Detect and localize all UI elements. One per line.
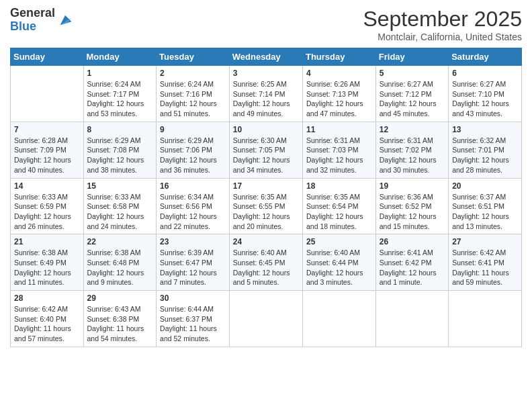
calendar-cell: 8Sunrise: 6:29 AMSunset: 7:08 PMDaylight…: [83, 122, 157, 178]
day-info: Sunrise: 6:29 AMSunset: 7:06 PMDaylight:…: [160, 136, 217, 174]
weekday-header-sunday: Sunday: [11, 48, 84, 66]
calendar-week-2: 14Sunrise: 6:33 AMSunset: 6:59 PMDayligh…: [11, 178, 522, 234]
day-number: 16: [160, 181, 226, 191]
calendar-cell: 23Sunrise: 6:39 AMSunset: 6:47 PMDayligh…: [157, 234, 230, 291]
calendar-table: SundayMondayTuesdayWednesdayThursdayFrid…: [10, 48, 522, 347]
day-number: 6: [452, 68, 518, 78]
day-number: 22: [87, 237, 153, 246]
day-number: 29: [87, 293, 153, 303]
calendar-cell: 4Sunrise: 6:26 AMSunset: 7:13 PMDaylight…: [302, 66, 375, 122]
day-number: 21: [14, 237, 80, 246]
calendar-cell: 6Sunrise: 6:27 AMSunset: 7:10 PMDaylight…: [449, 66, 522, 122]
calendar-week-4: 28Sunrise: 6:42 AMSunset: 6:40 PMDayligh…: [11, 291, 522, 347]
page-header: General Blue September 2025 Montclair, C…: [10, 7, 522, 42]
calendar-cell: 26Sunrise: 6:41 AMSunset: 6:42 PMDayligh…: [375, 234, 448, 291]
day-info: Sunrise: 6:31 AMSunset: 7:02 PMDaylight:…: [380, 136, 437, 174]
day-number: 9: [160, 125, 226, 134]
day-number: 7: [14, 125, 80, 134]
day-number: 26: [380, 237, 445, 246]
day-info: Sunrise: 6:44 AMSunset: 6:37 PMDaylight:…: [160, 305, 217, 342]
calendar-cell: 24Sunrise: 6:40 AMSunset: 6:45 PMDayligh…: [229, 234, 302, 291]
day-number: 28: [14, 293, 80, 303]
calendar-cell: 22Sunrise: 6:38 AMSunset: 6:48 PMDayligh…: [83, 234, 157, 291]
day-number: 4: [306, 68, 372, 78]
day-info: Sunrise: 6:43 AMSunset: 6:38 PMDaylight:…: [87, 305, 144, 342]
calendar-week-0: 1Sunrise: 6:24 AMSunset: 7:17 PMDaylight…: [11, 66, 522, 122]
day-info: Sunrise: 6:33 AMSunset: 6:58 PMDaylight:…: [87, 193, 144, 230]
calendar-cell: 9Sunrise: 6:29 AMSunset: 7:06 PMDaylight…: [157, 122, 230, 178]
day-number: 3: [233, 68, 299, 78]
title-block: September 2025 Montclair, California, Un…: [363, 7, 522, 42]
day-number: 24: [233, 237, 299, 246]
day-info: Sunrise: 6:41 AMSunset: 6:42 PMDaylight:…: [380, 248, 437, 286]
weekday-header-saturday: Saturday: [449, 48, 522, 66]
day-number: 30: [160, 293, 226, 303]
day-info: Sunrise: 6:32 AMSunset: 7:01 PMDaylight:…: [452, 136, 509, 174]
logo-general: General: [10, 7, 55, 20]
calendar-cell: 14Sunrise: 6:33 AMSunset: 6:59 PMDayligh…: [11, 178, 84, 234]
logo: General Blue: [10, 7, 73, 34]
day-number: 20: [452, 181, 518, 191]
calendar-cell: 5Sunrise: 6:27 AMSunset: 7:12 PMDaylight…: [375, 66, 448, 122]
weekday-header-wednesday: Wednesday: [229, 48, 302, 66]
calendar-cell: [302, 291, 375, 347]
calendar-cell: [11, 66, 84, 122]
weekday-header-thursday: Thursday: [302, 48, 375, 66]
logo-blue: Blue: [10, 20, 55, 34]
day-number: 5: [380, 68, 445, 78]
day-info: Sunrise: 6:27 AMSunset: 7:12 PMDaylight:…: [380, 80, 437, 118]
calendar-cell: 16Sunrise: 6:34 AMSunset: 6:56 PMDayligh…: [157, 178, 230, 234]
day-info: Sunrise: 6:35 AMSunset: 6:54 PMDaylight:…: [306, 193, 363, 230]
month-title: September 2025: [363, 7, 522, 32]
location-title: Montclair, California, United States: [363, 32, 522, 42]
day-number: 8: [87, 125, 153, 134]
calendar-cell: 21Sunrise: 6:38 AMSunset: 6:49 PMDayligh…: [11, 234, 84, 291]
day-info: Sunrise: 6:26 AMSunset: 7:13 PMDaylight:…: [306, 80, 363, 118]
day-number: 15: [87, 181, 153, 191]
calendar-cell: 15Sunrise: 6:33 AMSunset: 6:58 PMDayligh…: [83, 178, 157, 234]
day-info: Sunrise: 6:33 AMSunset: 6:59 PMDaylight:…: [14, 193, 71, 230]
calendar-cell: [229, 291, 302, 347]
weekday-header-friday: Friday: [375, 48, 448, 66]
calendar-cell: 20Sunrise: 6:37 AMSunset: 6:51 PMDayligh…: [449, 178, 522, 234]
day-number: 1: [87, 68, 153, 78]
calendar-cell: 28Sunrise: 6:42 AMSunset: 6:40 PMDayligh…: [11, 291, 84, 347]
calendar-cell: 12Sunrise: 6:31 AMSunset: 7:02 PMDayligh…: [375, 122, 448, 178]
day-number: 17: [233, 181, 299, 191]
calendar-cell: 7Sunrise: 6:28 AMSunset: 7:09 PMDaylight…: [11, 122, 84, 178]
day-info: Sunrise: 6:30 AMSunset: 7:05 PMDaylight:…: [233, 136, 290, 174]
calendar-cell: 2Sunrise: 6:24 AMSunset: 7:16 PMDaylight…: [157, 66, 230, 122]
day-info: Sunrise: 6:38 AMSunset: 6:49 PMDaylight:…: [14, 248, 71, 286]
day-number: 23: [160, 237, 226, 246]
day-info: Sunrise: 6:38 AMSunset: 6:48 PMDaylight:…: [87, 248, 144, 286]
day-info: Sunrise: 6:31 AMSunset: 7:03 PMDaylight:…: [306, 136, 363, 174]
day-info: Sunrise: 6:39 AMSunset: 6:47 PMDaylight:…: [160, 248, 217, 286]
calendar-cell: 25Sunrise: 6:40 AMSunset: 6:44 PMDayligh…: [302, 234, 375, 291]
day-info: Sunrise: 6:37 AMSunset: 6:51 PMDaylight:…: [452, 193, 509, 230]
weekday-header-tuesday: Tuesday: [157, 48, 230, 66]
day-number: 12: [380, 125, 445, 134]
calendar-cell: 17Sunrise: 6:35 AMSunset: 6:55 PMDayligh…: [229, 178, 302, 234]
day-info: Sunrise: 6:29 AMSunset: 7:08 PMDaylight:…: [87, 136, 144, 174]
calendar-cell: 1Sunrise: 6:24 AMSunset: 7:17 PMDaylight…: [83, 66, 157, 122]
calendar-cell: 10Sunrise: 6:30 AMSunset: 7:05 PMDayligh…: [229, 122, 302, 178]
day-info: Sunrise: 6:28 AMSunset: 7:09 PMDaylight:…: [14, 136, 71, 174]
day-info: Sunrise: 6:24 AMSunset: 7:16 PMDaylight:…: [160, 80, 217, 118]
day-info: Sunrise: 6:40 AMSunset: 6:44 PMDaylight:…: [306, 248, 363, 286]
calendar-cell: 29Sunrise: 6:43 AMSunset: 6:38 PMDayligh…: [83, 291, 157, 347]
day-number: 10: [233, 125, 299, 134]
day-number: 2: [160, 68, 226, 78]
day-info: Sunrise: 6:25 AMSunset: 7:14 PMDaylight:…: [233, 80, 290, 118]
day-info: Sunrise: 6:34 AMSunset: 6:56 PMDaylight:…: [160, 193, 217, 230]
day-info: Sunrise: 6:42 AMSunset: 6:41 PMDaylight:…: [452, 248, 509, 286]
weekday-header-row: SundayMondayTuesdayWednesdayThursdayFrid…: [11, 48, 522, 66]
day-number: 18: [306, 181, 372, 191]
day-number: 19: [380, 181, 445, 191]
day-number: 14: [14, 181, 80, 191]
day-info: Sunrise: 6:24 AMSunset: 7:17 PMDaylight:…: [87, 80, 144, 118]
logo-icon: [58, 13, 73, 28]
calendar-cell: 19Sunrise: 6:36 AMSunset: 6:52 PMDayligh…: [375, 178, 448, 234]
calendar-cell: 27Sunrise: 6:42 AMSunset: 6:41 PMDayligh…: [449, 234, 522, 291]
calendar-cell: 30Sunrise: 6:44 AMSunset: 6:37 PMDayligh…: [157, 291, 230, 347]
calendar-cell: [375, 291, 448, 347]
